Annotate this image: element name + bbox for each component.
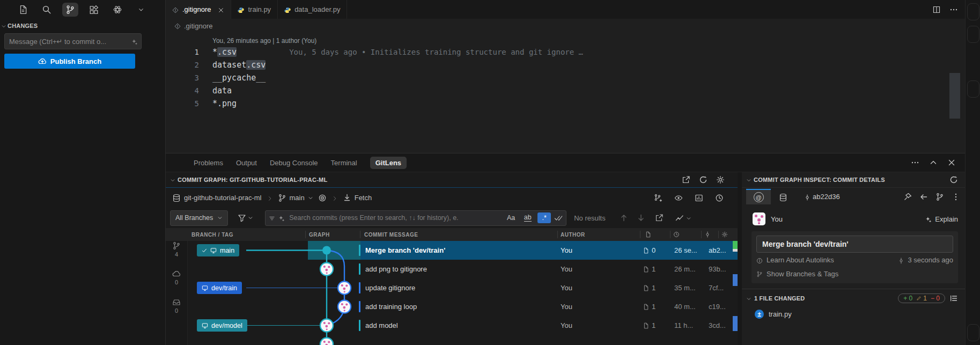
open-search-in-view-icon[interactable] xyxy=(655,214,664,223)
code-line[interactable]: 5*.png xyxy=(166,97,966,110)
column-header[interactable]: AUTHOR xyxy=(561,228,585,241)
commit-row[interactable]: mainMerge branch 'dev/train'You026 se...… xyxy=(166,241,738,260)
show-branches-tags-link[interactable]: Show Branches & Tags xyxy=(767,270,838,278)
extensions-icon[interactable] xyxy=(86,3,102,17)
column-divider[interactable] xyxy=(305,231,306,238)
code-editor[interactable]: You, 26 minutes ago | 1 author (You) 1*.… xyxy=(166,33,966,153)
close-tab-icon[interactable] xyxy=(218,5,224,13)
whole-word-toggle[interactable]: ab xyxy=(521,212,534,223)
commit-message-text[interactable]: Merge branch 'dev/train' xyxy=(756,236,953,253)
editor-more-actions-icon[interactable] xyxy=(949,5,958,14)
back-arrow-icon[interactable] xyxy=(919,192,928,201)
editor-scrollbar-thumb[interactable] xyxy=(949,73,960,119)
search-sparkle-icon[interactable] xyxy=(278,214,285,222)
changes-chevron-icon[interactable] xyxy=(1,21,6,30)
match-all-toggle-icon[interactable] xyxy=(554,214,563,223)
stash-gutter-icon[interactable]: 0 xyxy=(166,297,187,314)
branch-picker[interactable]: main xyxy=(278,193,313,202)
panel-more-actions-icon[interactable] xyxy=(911,158,919,167)
next-match-icon[interactable] xyxy=(637,214,645,223)
minimap-toggle-icon[interactable] xyxy=(695,193,703,202)
files-chevron-icon[interactable] xyxy=(746,295,751,303)
inspect-tab-repo[interactable] xyxy=(771,189,795,204)
panel-maximize-icon[interactable] xyxy=(929,158,938,167)
commit-graph-chevron-icon[interactable] xyxy=(170,176,175,184)
panel-close-icon[interactable] xyxy=(947,158,956,167)
branch-label-dev/train[interactable]: dev/train xyxy=(197,282,242,294)
fetch-button[interactable]: Fetch xyxy=(343,193,372,202)
code-line[interactable]: 4data xyxy=(166,84,966,97)
cloud-gutter-icon[interactable]: 0 xyxy=(166,269,187,285)
breadcrumb[interactable]: .gitignore xyxy=(166,19,966,33)
minimap-chart-icon[interactable] xyxy=(675,214,684,223)
search-icon[interactable] xyxy=(39,3,55,17)
activity-more-chevron-icon[interactable] xyxy=(133,3,149,17)
code-line[interactable]: 3__pycache__ xyxy=(166,71,966,84)
graph-branch-icon[interactable] xyxy=(935,192,944,201)
column-divider[interactable] xyxy=(360,231,360,238)
hidden-refs-icon[interactable] xyxy=(674,193,683,202)
branch-label-dev/model[interactable]: dev/model xyxy=(197,319,247,332)
column-divider[interactable] xyxy=(718,231,719,238)
code-line[interactable]: 1*.csvYou, 5 days ago • Initializes trai… xyxy=(166,46,966,58)
source-control-icon[interactable] xyxy=(62,3,78,17)
right-bar-button[interactable] xyxy=(967,3,979,20)
column-divider[interactable] xyxy=(701,231,702,238)
panel-tab-terminal[interactable]: Terminal xyxy=(331,159,357,167)
commit-date-toggle-icon[interactable] xyxy=(715,193,724,202)
panel-tab-debug-console[interactable]: Debug Console xyxy=(270,159,318,167)
column-divider[interactable] xyxy=(640,231,640,238)
previous-match-icon[interactable] xyxy=(620,214,628,223)
editor-tab[interactable]: train.py xyxy=(231,0,278,19)
changes-column-icon[interactable] xyxy=(645,228,651,241)
repo-picker[interactable]: git-github-tutorial-prac-ml xyxy=(172,193,262,202)
sparkle-icon[interactable] xyxy=(131,38,138,46)
sha-column-icon[interactable] xyxy=(704,228,711,241)
graph-settings-gear-icon[interactable] xyxy=(716,175,725,185)
explorer-icon[interactable] xyxy=(15,3,31,17)
target-commit-icon[interactable] xyxy=(318,194,327,202)
commit-row[interactable]: add training loopYou140 m...c19... xyxy=(166,297,738,316)
commit-row[interactable]: dev/trainupdate gitignoreYou135 m...7cf.… xyxy=(166,278,738,297)
branch-gutter-icon[interactable]: 4 xyxy=(166,241,187,258)
code-line[interactable]: 2dataset.csv xyxy=(166,58,966,71)
refresh-graph-icon[interactable] xyxy=(699,175,708,185)
filter-lines-icon[interactable] xyxy=(269,214,275,222)
regex-toggle[interactable]: .* xyxy=(537,212,551,223)
inspect-tab-commit-details[interactable]: @ xyxy=(746,189,771,204)
editor-tab[interactable]: data_loader.py xyxy=(278,0,347,19)
create-branch-icon[interactable] xyxy=(654,193,662,202)
commit-message-input[interactable] xyxy=(8,37,131,46)
graph-filter-button[interactable] xyxy=(238,214,253,222)
chatgpt-extension-icon[interactable] xyxy=(109,3,126,17)
date-column-icon[interactable] xyxy=(673,228,680,241)
column-divider[interactable] xyxy=(557,231,558,238)
publish-branch-button[interactable]: Publish Branch xyxy=(4,54,135,69)
graph-minimap[interactable] xyxy=(732,241,738,345)
column-header[interactable]: GRAPH xyxy=(309,228,330,241)
commit-row[interactable]: dev/modeladd modelYou111 h...3cd... xyxy=(166,316,738,335)
column-divider[interactable] xyxy=(670,231,670,238)
branch-label-main[interactable]: main xyxy=(197,244,239,256)
inspect-chevron-icon[interactable] xyxy=(746,176,751,184)
explain-button[interactable]: Explain xyxy=(925,215,958,223)
changed-file-row[interactable]: ± train.py xyxy=(755,310,966,319)
column-header[interactable]: BRANCH / TAG xyxy=(191,228,233,241)
file-layout-toggle-icon[interactable] xyxy=(949,294,958,303)
right-bar-button[interactable] xyxy=(967,324,979,341)
right-bar-button[interactable] xyxy=(967,80,979,98)
editor-tab[interactable]: .gitignore xyxy=(166,0,231,19)
commit-row[interactable]: add png to gitignoreYou126 m...93b... xyxy=(166,260,738,278)
panel-tab-problems[interactable]: Problems xyxy=(194,159,223,167)
autolinks-link[interactable]: Learn About Autolinks xyxy=(767,256,834,264)
column-header[interactable]: COMMIT MESSAGE xyxy=(364,228,418,241)
inspect-kebab-icon[interactable] xyxy=(952,192,960,201)
split-editor-icon[interactable] xyxy=(932,5,941,14)
panel-tab-gitlens[interactable]: GitLens xyxy=(370,157,407,169)
table-settings-gear-icon[interactable] xyxy=(721,228,728,241)
commit-sha-short[interactable]: ab22d36 xyxy=(813,193,840,201)
panel-tab-output[interactable]: Output xyxy=(236,159,257,167)
match-case-toggle[interactable]: Aa xyxy=(504,212,518,223)
search-commits-input[interactable] xyxy=(288,214,501,222)
open-graph-in-editor-icon[interactable] xyxy=(682,175,690,185)
